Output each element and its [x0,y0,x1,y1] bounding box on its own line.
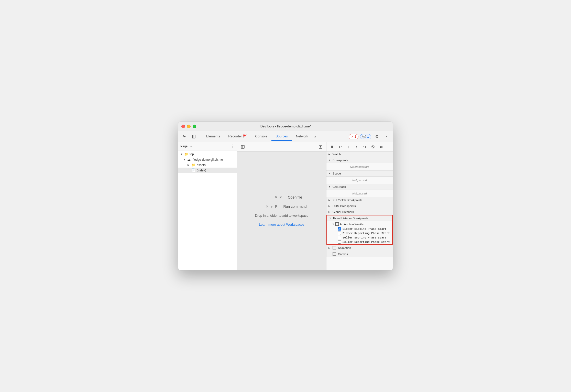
canvas-title: Canvas [338,253,348,256]
tab-recorder[interactable]: Recorder 🚩 [224,132,251,141]
ad-auction-header[interactable]: ▼ − Ad Auction Worklet [327,221,392,227]
tree-item-index[interactable]: 📄 (index) [178,168,237,173]
ad-auction-title: Ad Auction Worklet [340,223,365,226]
pause-icon[interactable]: ⏸ [328,143,336,150]
event-listener-title: Event Listener Breakpoints [333,217,368,220]
tree-item-domain[interactable]: ▼ ☁ fledge-demo.glitch.me [178,157,237,162]
tree-label-index: (index) [197,169,206,172]
workspace-link[interactable]: Learn more about Workspaces [259,223,304,226]
shortcut-run-command: ⌘ ⇧ P Run command [257,204,306,209]
scope-section-header[interactable]: ▼ Scope [326,171,393,177]
arrow-down-icon: ▼ [183,158,186,161]
error-count: 1 [355,135,356,138]
play-icon[interactable] [317,143,324,150]
page-label: Page [180,145,188,148]
error-icon: ✕ [351,135,354,138]
cloud-icon: ☁ [187,158,192,161]
more-options-icon[interactable]: ⋮ [382,133,391,141]
shortcut-key-run: ⌘ ⇧ P [257,204,277,209]
ad-auction-arrow: ▼ [332,223,334,225]
breakpoints-title: Breakpoints [333,159,348,162]
left-panel-header: Page » ⋮ [178,142,237,150]
checkbox-seller-scoring-input[interactable] [338,236,341,239]
step-into-icon[interactable]: ↓ [345,143,352,150]
panel-menu-icon[interactable]: ⋮ [231,144,235,149]
step-over-icon[interactable]: ↩ [337,143,344,150]
xhr-arrow: ▶ [328,199,332,201]
dock-icon[interactable] [190,133,198,141]
error-badge[interactable]: ✕ 1 [349,134,359,139]
dom-arrow: ▶ [328,205,332,207]
event-listener-section-header[interactable]: ▼ Event Listener Breakpoints [327,215,392,221]
checkbox-bidder-reporting-input[interactable] [338,232,341,235]
settings-icon[interactable]: ⚙ [373,133,381,141]
middle-content: ⌘ P Open file ⌘ ⇧ P Run command Drop in … [237,151,326,270]
step-icon[interactable]: ↪ [361,143,368,150]
info-badge[interactable]: 💬 1 [360,134,371,139]
watch-section-header[interactable]: ▶ Watch [326,151,393,157]
arrow-right-icon: ▶ [188,164,191,166]
file-icon: 📄 [191,168,196,172]
tree-item-top[interactable]: ▼ 📁 top [178,151,237,157]
tab-navigation: Elements Recorder 🚩 Console Sources Netw… [202,132,348,141]
global-section-header[interactable]: ▶ Global Listeners [326,209,393,215]
left-panel: Page » ⋮ ▼ 📁 top ▼ ☁ fledge-demo.glitch.… [178,142,237,270]
svg-rect-1 [192,135,193,138]
checkbox-bidder-bidding-input[interactable] [338,227,341,231]
shortcut-key-open: ⌘ P [261,195,282,199]
middle-toolbar [237,142,326,151]
cursor-icon[interactable] [180,133,189,141]
tab-console[interactable]: Console [251,132,271,141]
window-title: DevTools - fledge-demo.glitch.me/ [260,124,311,128]
checkbox-bidder-reporting: Bidder Reporting Phase Start [327,231,392,235]
toolbar-divider [200,134,200,140]
drop-text: Drop in a folder to add to workspace [255,214,309,217]
breakpoints-empty: No breakpoints [326,163,393,170]
checkbox-bidder-bidding-label: Bidder Bidding Phase Start [343,227,387,231]
watch-title: Watch [333,153,341,156]
arrow-down-icon: ▼ [180,153,183,156]
animation-section-header[interactable]: ▶ Animation [326,245,393,251]
toolbar-right: ✕ 1 💬 1 ⚙ ⋮ [349,133,391,141]
shortcut-open-file: ⌘ P Open file [261,195,302,199]
checkbox-seller-scoring: Seller Scoring Phase Start [327,235,392,240]
deactivate-icon[interactable] [369,143,377,150]
scope-title: Scope [333,172,341,175]
xhr-section-header[interactable]: ▶ XHR/fetch Breakpoints [326,197,393,203]
tree-label-domain: fledge-demo.glitch.me [193,158,223,161]
chat-icon: 💬 [362,135,366,138]
debug-toolbar: ⏸ ↩ ↓ ↑ ↪ ⏯ [326,142,393,151]
xhr-title: XHR/fetch Breakpoints [333,199,362,202]
hide-sidebar-icon[interactable] [239,143,246,150]
info-count: 1 [367,135,369,138]
scope-content: Not paused [326,177,393,184]
minimize-button[interactable] [187,125,191,128]
close-button[interactable] [181,125,185,128]
shortcut-label-run: Run command [283,204,306,209]
canvas-checkbox-icon [333,252,336,256]
tab-elements[interactable]: Elements [202,132,224,141]
tree-item-assets[interactable]: ▶ 📁 assets [178,162,237,168]
canvas-section-header[interactable]: Canvas [326,251,393,257]
checkbox-seller-reporting-input[interactable] [338,240,341,244]
breakpoints-arrow: ▼ [328,159,332,161]
checkbox-bidder-bidding: Bidder Bidding Phase Start [327,227,392,231]
tab-sources[interactable]: Sources [271,132,292,141]
breakpoints-section-header[interactable]: ▼ Breakpoints [326,157,393,163]
tab-network[interactable]: Network [292,132,312,141]
breakpoints-content: No breakpoints [326,163,393,171]
scope-arrow: ▼ [328,172,332,175]
step-out-icon[interactable]: ↑ [353,143,360,150]
animation-arrow: ▶ [328,247,332,249]
maximize-button[interactable] [193,125,196,128]
main-layout: Page » ⋮ ▼ 📁 top ▼ ☁ fledge-demo.glitch.… [178,142,393,270]
pause-exceptions-icon[interactable]: ⏯ [378,143,385,150]
dom-section-header[interactable]: ▶ DOM Breakpoints [326,203,393,209]
panel-more-icon[interactable]: » [190,145,192,148]
right-panel-content: ▶ Watch ▼ Breakpoints No breakpoints ▼ S… [326,151,393,270]
call-stack-empty: Not paused [326,190,393,197]
tree-label-top: top [190,153,194,156]
call-stack-section-header[interactable]: ▼ Call Stack [326,184,393,190]
checkbox-bidder-reporting-label: Bidder Reporting Phase Start [343,232,390,235]
tab-more-button[interactable]: » [312,133,318,140]
